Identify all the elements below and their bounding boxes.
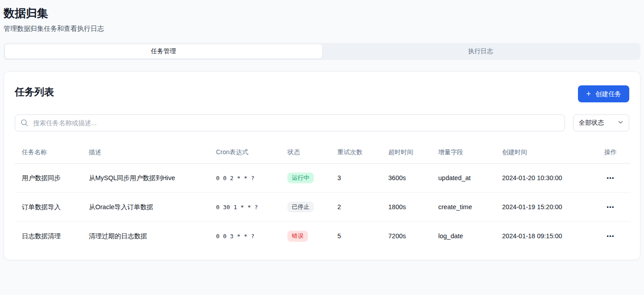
status-badge: 已停止	[287, 202, 314, 213]
cell-task-name: 订单数据导入	[15, 193, 82, 222]
chevron-down-icon	[618, 119, 623, 126]
cell-timeout: 1800s	[381, 193, 431, 222]
column-header-timeout: 超时时间	[381, 145, 431, 164]
cell-cron: 0 0 2 * * ?	[209, 164, 280, 193]
tab-task-management[interactable]: 任务管理	[5, 44, 322, 59]
table-row: 日志数据清理 清理过期的日志数据 0 0 3 * * ? 错误 5 7200s …	[15, 222, 630, 251]
column-header-cron: Cron表达式	[209, 145, 280, 164]
card-header: 任务列表 + 创建任务	[15, 85, 629, 102]
cell-created-at: 2024-01-19 15:20:00	[495, 193, 594, 222]
cell-incremental-field: create_time	[431, 193, 495, 222]
cell-retries: 5	[330, 222, 381, 251]
search-input[interactable]	[15, 114, 565, 131]
cell-incremental-field: log_date	[431, 222, 495, 251]
table-row: 用户数据同步 从MySQL同步用户数据到Hive 0 0 2 * * ? 运行中…	[15, 164, 630, 193]
filter-row: 全部状态	[15, 114, 629, 131]
page: 数据归集 管理数据归集任务和查看执行日志 任务管理 执行日志 任务列表 + 创建…	[0, 0, 644, 260]
cell-timeout: 7200s	[381, 222, 431, 251]
cell-created-at: 2024-01-18 09:15:00	[495, 222, 594, 251]
column-header-incremental-field: 增量字段	[431, 145, 495, 164]
cell-retries: 2	[330, 193, 381, 222]
tab-execution-logs[interactable]: 执行日志	[322, 44, 640, 59]
cell-cron: 0 0 3 * * ?	[209, 222, 280, 251]
page-title: 数据归集	[4, 6, 640, 20]
row-actions-button[interactable]: ⋯	[604, 173, 617, 184]
cell-description: 从MySQL同步用户数据到Hive	[82, 164, 209, 193]
cell-task-name: 日志数据清理	[15, 222, 82, 251]
status-filter-select[interactable]: 全部状态	[573, 114, 629, 131]
cell-retries: 3	[330, 164, 381, 193]
cell-description: 清理过期的日志数据	[82, 222, 209, 251]
create-task-button[interactable]: + 创建任务	[578, 85, 629, 102]
task-table: 任务名称 描述 Cron表达式 状态 重试次数 超时时间 增量字段 创建时间 操…	[15, 145, 630, 251]
column-header-status: 状态	[280, 145, 330, 164]
tabbar: 任务管理 执行日志	[4, 43, 640, 60]
cell-incremental-field: updated_at	[431, 164, 495, 193]
row-actions-button[interactable]: ⋯	[604, 202, 617, 213]
column-header-created-at: 创建时间	[495, 145, 594, 164]
status-badge: 运行中	[287, 173, 314, 184]
table-row: 订单数据导入 从Oracle导入订单数据 0 30 1 * * ? 已停止 2 …	[15, 193, 630, 222]
cell-cron: 0 30 1 * * ?	[209, 193, 280, 222]
page-subtitle: 管理数据归集任务和查看执行日志	[4, 25, 640, 33]
cell-timeout: 3600s	[381, 164, 431, 193]
search-icon	[21, 119, 28, 128]
create-task-label: 创建任务	[595, 90, 621, 98]
status-badge: 错误	[287, 231, 308, 242]
row-actions-button[interactable]: ⋯	[604, 231, 617, 242]
column-header-retries: 重试次数	[330, 145, 381, 164]
column-header-description: 描述	[82, 145, 209, 164]
column-header-name: 任务名称	[15, 145, 82, 164]
cell-created-at: 2024-01-20 10:30:00	[495, 164, 594, 193]
card-title: 任务列表	[15, 85, 54, 99]
plus-icon: +	[586, 90, 591, 98]
column-header-actions: 操作	[594, 145, 630, 164]
search-wrap	[15, 114, 565, 131]
status-filter-value: 全部状态	[579, 119, 604, 127]
task-list-card: 任务列表 + 创建任务 全部状态	[4, 72, 640, 260]
cell-description: 从Oracle导入订单数据	[82, 193, 209, 222]
cell-task-name: 用户数据同步	[15, 164, 82, 193]
table-header-row: 任务名称 描述 Cron表达式 状态 重试次数 超时时间 增量字段 创建时间 操…	[15, 145, 630, 164]
